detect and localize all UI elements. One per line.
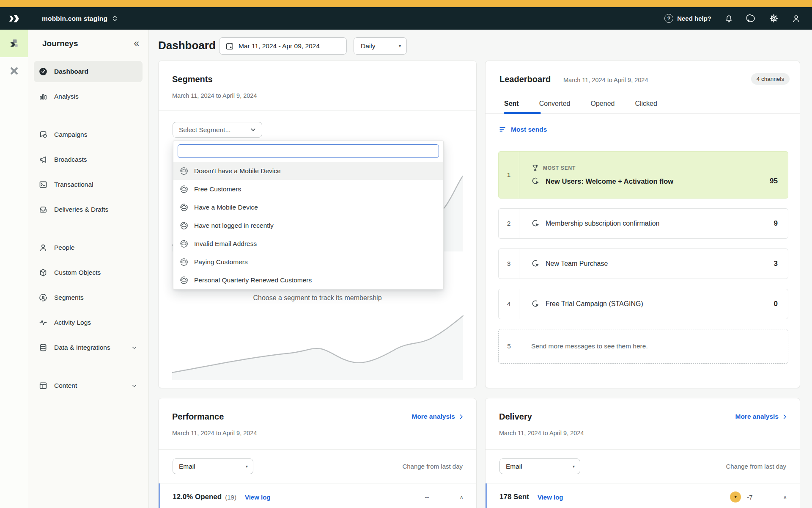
sidebar-item-label: Analysis [54,93,79,100]
rank-number: 3 [499,249,519,279]
x-cross-icon [9,66,19,76]
page-title: Dashboard [158,39,216,52]
tab-converted[interactable]: Converted [539,100,571,113]
campaign-icon [531,177,540,186]
leaderboard-row-4[interactable]: 4 Free Trial Campaign (STAGING) 0 [498,289,788,319]
sidebar-item-broadcasts[interactable]: Broadcasts [34,149,143,170]
segment-option[interactable]: Invalid Email Address [173,235,443,253]
need-help-button[interactable]: ? Need help? [664,14,711,23]
sidebar-item-data-integrations[interactable]: Data & Integrations [34,337,143,358]
segment-option[interactable]: Have not logged in recently [173,216,443,235]
top-accent-strip [0,0,812,7]
granularity-value: Daily [361,42,375,50]
segment-cloud-icon [179,276,189,285]
sidebar: Journeys « Dashboard Analysis [28,30,149,508]
segment-option[interactable]: Free Customers [173,180,443,198]
transactional-terminal-icon [38,180,48,189]
change-from-last-day-label: Change from last day [402,463,463,470]
sidebar-item-content[interactable]: Content [34,375,143,396]
segment-option[interactable]: Have a Mobile Device [173,198,443,216]
rail-item-journeys[interactable] [0,30,28,57]
sidebar-item-label: Custom Objects [54,269,101,276]
messages-chat-icon[interactable] [746,14,756,23]
campaign-icon [531,299,540,309]
date-range-picker[interactable]: Mar 11, 2024 - Apr 09, 2024 [219,37,347,55]
workspace-switcher[interactable]: mobbin.com staging [42,15,118,22]
delivery-more-analysis-link[interactable]: More analysis [735,413,788,420]
leaderboard-row-3[interactable]: 3 New Team Purchase 3 [498,248,788,279]
sort-lines-icon [499,125,507,133]
performance-channel-select[interactable]: Email ▾ [173,458,253,474]
metric-accent-bar [486,483,487,508]
settings-gear-icon[interactable] [769,14,779,23]
database-icon [38,343,48,352]
segment-option[interactable]: Personal Quarterly Renewed Customers [173,271,443,289]
sidebar-item-label: Content [54,382,77,389]
granularity-select[interactable]: Daily ▾ [354,37,407,55]
people-person-icon [38,243,48,252]
campaigns-bubble-icon [38,130,48,139]
view-log-link[interactable]: View log [538,494,563,501]
sidebar-item-label: Campaigns [54,131,87,138]
sidebar-item-people[interactable]: People [34,237,143,258]
sidebar-item-activity-logs[interactable]: Activity Logs [34,312,143,333]
tab-opened[interactable]: Opened [591,100,615,113]
sidebar-item-label: Broadcasts [54,156,87,163]
performance-more-analysis-link[interactable]: More analysis [411,413,464,420]
trophy-icon [531,164,539,172]
channel-value: Email [179,463,195,470]
app-logo[interactable] [0,7,28,30]
sidebar-header: Journeys « [28,30,148,57]
sidebar-item-dashboard[interactable]: Dashboard [34,61,143,82]
sidebar-item-custom-objects[interactable]: Custom Objects [34,262,143,283]
divider [159,110,476,111]
calendar-icon [225,42,234,50]
collapse-chevron-icon[interactable]: ∧ [459,494,464,500]
segment-select-button[interactable]: Select Segment... [173,122,262,138]
collapse-chevron-icon[interactable]: ∧ [783,494,787,500]
placeholder-text: Send more messages to see them here. [531,342,648,350]
change-value: -- [425,494,429,501]
opened-count: (19) [225,494,236,501]
sidebar-item-transactional[interactable]: Transactional [34,174,143,195]
rail-item-close[interactable] [0,57,28,85]
date-range-value: Mar 11, 2024 - Apr 09, 2024 [239,42,320,50]
channels-badge: 4 channels [751,73,790,85]
segment-search-input[interactable] [178,144,439,158]
delivery-title: Delivery [499,412,532,422]
segment-cloud-icon [179,203,189,212]
segment-cloud-icon [179,239,189,248]
sent-count: 3 [774,260,778,268]
change-from-last-day-label: Change from last day [726,463,786,470]
segment-cloud-icon [179,166,189,176]
sidebar-item-analysis[interactable]: Analysis [34,86,143,107]
help-question-icon: ? [664,14,673,23]
sidebar-collapse-icon[interactable]: « [134,39,139,48]
sidebar-item-campaigns[interactable]: Campaigns [34,124,143,145]
sidebar-item-label: Deliveries & Drafts [54,206,108,213]
delivery-card: Delivery More analysis March 11, 2024 to… [485,398,800,508]
account-person-icon[interactable] [791,14,801,23]
sidebar-item-segments[interactable]: Segments [34,287,143,308]
segments-card-title: Segments [172,75,213,84]
topbar-actions: ? Need help? [664,14,812,23]
sent-count: 95 [770,177,778,185]
tab-sent[interactable]: Sent [504,100,519,113]
leaderboard-row-1[interactable]: 1 MOST SENT New Users: Welcome + Activat… [498,151,788,199]
journeys-cubes-icon [8,38,19,49]
sidebar-item-label: Activity Logs [54,319,91,326]
sidebar-item-deliveries-drafts[interactable]: Deliveries & Drafts [34,199,143,220]
tab-clicked[interactable]: Clicked [635,100,657,113]
delivery-channel-select[interactable]: Email ▾ [499,458,580,474]
segment-option[interactable]: Doesn't have a Mobile Device [173,162,443,180]
broadcasts-megaphone-icon [38,155,48,164]
caret-down-icon: ▾ [246,464,248,469]
segments-card: Segments March 11, 2024 to April 9, 2024… [158,61,477,388]
sort-most-sends[interactable]: Most sends [499,125,547,133]
notifications-bell-icon[interactable] [724,14,734,23]
campaign-icon [531,259,540,268]
segment-option[interactable]: Paying Customers [173,253,443,271]
change-value: -7 [747,494,752,501]
view-log-link[interactable]: View log [245,494,271,501]
leaderboard-row-2[interactable]: 2 Membership subscription confirmation 9 [498,208,788,239]
